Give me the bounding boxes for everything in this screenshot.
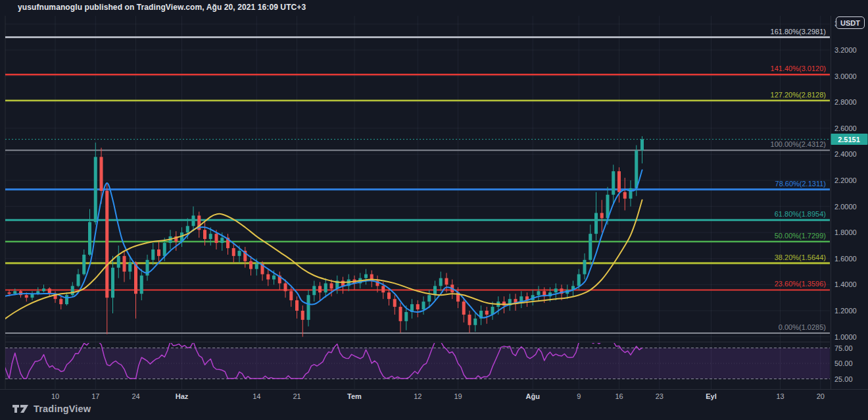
candle-body xyxy=(439,278,443,286)
fib-label: 161.80%(3.2981) xyxy=(771,28,826,36)
time-tick-label: Haz xyxy=(176,392,189,400)
candle-body xyxy=(111,268,114,298)
fib-label: 0.00%(1.0285) xyxy=(779,323,826,331)
candle-body xyxy=(203,230,206,239)
candle-body xyxy=(266,275,270,280)
candle-body xyxy=(416,304,420,309)
candle-body xyxy=(8,292,11,294)
indicator-tick-label: 25.00 xyxy=(834,375,853,383)
tradingview-footer[interactable]: TradingView xyxy=(12,403,91,415)
price-tick-label: 2.2000 xyxy=(834,176,857,184)
fib-label: 141.40%(3.0120) xyxy=(771,65,826,72)
candle-body xyxy=(473,319,477,325)
candle-body xyxy=(13,291,16,294)
candle-body xyxy=(128,263,132,272)
candle-body xyxy=(422,302,425,309)
time-tick-label: Eyl xyxy=(706,392,717,400)
time-tick-label: 14 xyxy=(253,392,260,400)
candle-body xyxy=(554,288,558,292)
price-tick-label: 2.6000 xyxy=(834,124,857,132)
candle-body xyxy=(635,150,638,188)
candle-body xyxy=(255,264,258,269)
currency-label: USDT xyxy=(840,19,860,27)
price-axis[interactable]: 3.40003.20003.00002.80002.60002.40002.20… xyxy=(831,20,868,382)
candle-body xyxy=(192,215,195,226)
candle-body xyxy=(445,278,448,285)
fib-label: 50.00%(1.7299) xyxy=(775,232,826,240)
candle-body xyxy=(623,192,627,199)
price-tick-label: 1.0000 xyxy=(834,333,857,341)
candle-body xyxy=(186,226,189,232)
candle-body xyxy=(140,276,143,294)
time-tick-label: 13 xyxy=(776,392,784,400)
candle-body xyxy=(94,157,97,222)
time-tick-label: 23 xyxy=(656,392,663,400)
candle-body xyxy=(537,291,541,295)
candle-body xyxy=(589,234,592,260)
candle-body xyxy=(42,288,45,291)
fib-label: 23.60%(1.3596) xyxy=(775,280,826,288)
time-tick-label: Ağu xyxy=(526,392,540,400)
candle-body xyxy=(617,171,621,192)
candle-body xyxy=(307,295,310,320)
tradingview-logo-icon xyxy=(12,403,29,415)
candle-body xyxy=(427,295,431,302)
price-tick-label: 2.0000 xyxy=(834,203,857,211)
candle-body xyxy=(215,234,218,243)
time-axis[interactable]: 101724Haz1421Tem1219Ağu91623Eyl1320 xyxy=(51,392,825,400)
candle-body xyxy=(577,275,581,286)
currency-toggle-button[interactable]: USDT xyxy=(836,16,865,29)
time-tick-label: 24 xyxy=(132,392,139,400)
candle-body xyxy=(88,222,91,255)
candle-body xyxy=(364,275,368,278)
time-tick-label: 17 xyxy=(91,392,99,400)
tradingview-wordmark: TradingView xyxy=(34,404,91,414)
candle-body xyxy=(220,238,224,243)
candle-body xyxy=(82,255,85,275)
indicator-tick-label: 50.00 xyxy=(834,359,853,367)
candle-body xyxy=(2,292,5,292)
candle-body xyxy=(105,191,108,298)
candle-body xyxy=(249,261,253,269)
price-tick-label: 1.2000 xyxy=(834,307,857,315)
candle-body xyxy=(289,291,293,300)
candle-body xyxy=(399,307,402,321)
candle-body xyxy=(65,295,68,304)
candle-body xyxy=(330,283,333,288)
candle-body xyxy=(640,140,644,151)
time-tick-label: 12 xyxy=(414,392,422,400)
candle-body xyxy=(232,248,235,256)
time-tick-label: 21 xyxy=(293,392,301,400)
price-tick-label: 1.6000 xyxy=(834,255,857,263)
candle-body xyxy=(209,234,212,239)
publish-attribution: yusufnumanoglu published on TradingView.… xyxy=(18,3,306,12)
candle-body xyxy=(318,286,322,292)
indicator-tick-label: 75.00 xyxy=(834,344,853,352)
candle-body xyxy=(341,280,345,286)
chart-canvas[interactable]: 161.80%(3.2981)141.40%(3.0120)127.20%(2.… xyxy=(0,0,868,420)
candle-body xyxy=(117,256,120,268)
candle-body xyxy=(485,311,489,315)
candle-body xyxy=(100,157,103,190)
fib-label: 127.20%(2.8128) xyxy=(771,91,826,99)
price-tick-label: 3.2000 xyxy=(834,46,857,54)
ma-slow-line xyxy=(3,200,642,320)
price-tick-label: 2.4000 xyxy=(834,150,857,158)
candlestick-series xyxy=(2,136,644,337)
candle-body xyxy=(594,213,598,234)
last-price-badge-label: 2.5151 xyxy=(838,136,860,144)
fib-label: 38.20%(1.5644) xyxy=(775,253,826,261)
candle-body xyxy=(468,315,471,325)
candle-body xyxy=(462,302,466,315)
candle-body xyxy=(312,286,316,295)
moving-average-layer xyxy=(3,170,642,320)
price-tick-label: 2.8000 xyxy=(834,98,857,106)
fib-label-layer: 161.80%(3.2981)141.40%(3.0120)127.20%(2.… xyxy=(771,28,826,331)
fib-label: 78.60%(2.1311) xyxy=(775,180,826,188)
candle-body xyxy=(612,171,615,195)
candle-body xyxy=(77,275,80,286)
tradingview-snapshot: yusufnumanoglu published on TradingView.… xyxy=(0,0,868,420)
price-tick-label: 1.4000 xyxy=(834,280,857,288)
time-tick-label: 19 xyxy=(454,392,462,400)
fib-label: 100.00%(2.4312) xyxy=(771,140,826,148)
